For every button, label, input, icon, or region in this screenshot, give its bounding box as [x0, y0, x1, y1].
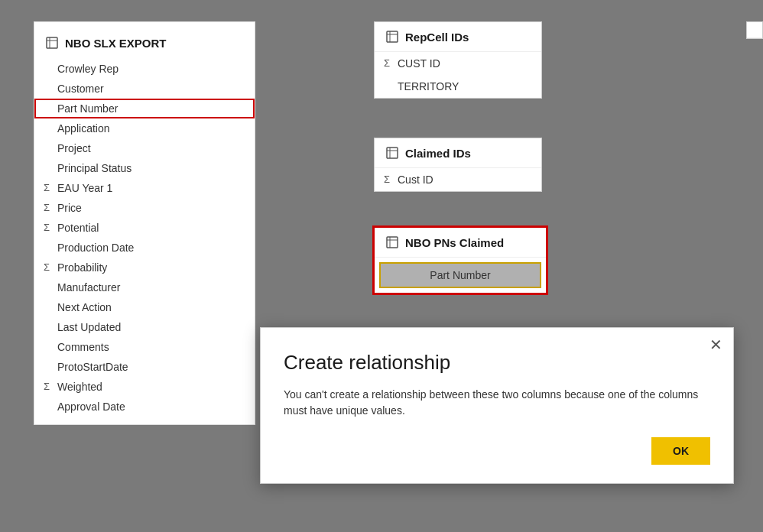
repcell-table-icon	[385, 30, 399, 44]
repcell-field-territory: TERRITORY	[375, 75, 541, 98]
create-relationship-dialog: ✕ Create relationship You can't create a…	[260, 327, 734, 484]
claimed-ids-card: Claimed IDs Cust ID	[374, 138, 542, 192]
left-field-customer[interactable]: Customer	[34, 79, 255, 99]
repcell-card-header: RepCell IDs	[375, 22, 541, 52]
left-field-next-action[interactable]: Next Action	[34, 297, 255, 317]
table-icon	[45, 36, 59, 50]
left-panel: NBO SLX EXPORT Crowley RepCustomerPart N…	[34, 21, 255, 425]
claimed-ids-table-icon	[385, 146, 399, 160]
partial-right-card-header	[747, 22, 762, 38]
dialog-body: You can't create a relationship between …	[284, 387, 710, 419]
svg-rect-9	[387, 237, 398, 248]
left-field-application[interactable]: Application	[34, 118, 255, 138]
left-field-manufacturer[interactable]: Manufacturer	[34, 277, 255, 297]
svg-rect-6	[387, 148, 398, 158]
left-field-last-updated[interactable]: Last Updated	[34, 317, 255, 337]
dialog-ok-button[interactable]: OK	[651, 437, 710, 465]
left-field-weighted[interactable]: Weighted	[34, 377, 255, 397]
left-field-price[interactable]: Price	[34, 198, 255, 218]
left-field-potential[interactable]: Potential	[34, 218, 255, 238]
left-field-project[interactable]: Project	[34, 138, 255, 158]
repcell-field-custid: CUST ID	[375, 52, 541, 75]
left-field-crowley-rep[interactable]: Crowley Rep	[34, 59, 255, 79]
left-field-probability[interactable]: Probability	[34, 258, 255, 277]
dialog-close-button[interactable]: ✕	[709, 337, 722, 352]
repcell-title: RepCell IDs	[405, 31, 469, 44]
left-field-approval-date[interactable]: Approval Date	[34, 397, 255, 417]
repcell-card: RepCell IDs CUST ID TERRITORY	[374, 21, 542, 99]
svg-rect-0	[47, 37, 57, 48]
left-fields-list: Crowley RepCustomerPart NumberApplicatio…	[34, 59, 255, 417]
claimed-ids-field-custid: Cust ID	[375, 168, 541, 191]
partial-right-card	[746, 21, 763, 39]
nbo-pns-part-number-field: Part Number	[379, 262, 541, 288]
dialog-title: Create relationship	[284, 351, 710, 375]
svg-rect-3	[387, 31, 398, 42]
left-field-comments[interactable]: Comments	[34, 337, 255, 357]
nbo-pns-table-icon	[385, 235, 399, 249]
nbo-pns-title: NBO PNs Claimed	[405, 236, 504, 249]
nbo-pns-header: NBO PNs Claimed	[375, 228, 546, 258]
nbo-pns-card: NBO PNs Claimed Part Number	[372, 225, 548, 295]
left-field-eau-year-1[interactable]: EAU Year 1	[34, 178, 255, 198]
left-panel-header: NBO SLX EXPORT	[34, 30, 255, 59]
left-field-protostartdate[interactable]: ProtoStartDate	[34, 357, 255, 377]
claimed-ids-title: Claimed IDs	[405, 147, 471, 160]
left-field-part-number[interactable]: Part Number	[34, 99, 255, 118]
left-field-production-date[interactable]: Production Date	[34, 238, 255, 258]
claimed-ids-header: Claimed IDs	[375, 138, 541, 168]
left-panel-title: NBO SLX EXPORT	[65, 37, 167, 50]
left-field-principal-status[interactable]: Principal Status	[34, 158, 255, 178]
